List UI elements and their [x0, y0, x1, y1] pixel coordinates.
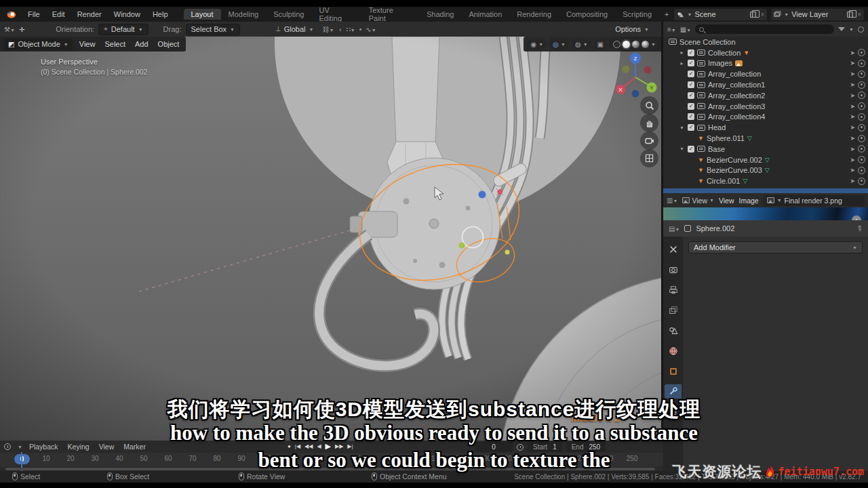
pivot-point-icon[interactable]: ⛓▼	[322, 26, 334, 33]
eye-icon[interactable]	[858, 156, 865, 163]
restrict-select-icon[interactable]: ➤	[850, 49, 855, 56]
view-layer-selector[interactable]: ▼ View Layer ×	[771, 9, 864, 20]
outliner-row-beziercurve-003[interactable]: ▼BezierCurve.003▽➤	[663, 165, 868, 176]
tab-sculpting[interactable]: Sculpting	[266, 9, 311, 20]
properties-tab-object[interactable]	[665, 364, 682, 378]
close-icon[interactable]: ×	[759, 11, 764, 18]
checkbox-checked[interactable]: ✓	[688, 60, 694, 66]
eye-icon[interactable]	[858, 167, 865, 174]
disclosure-expanded-icon[interactable]: ▾	[679, 146, 685, 152]
outliner-row-array-collection2[interactable]: ✓Array_collection2➤	[663, 90, 868, 101]
outliner-row-sphere-011[interactable]: ▼Sphere.011▽➤	[663, 133, 868, 144]
outliner-row-base[interactable]: ▾✓Base➤	[663, 144, 868, 155]
properties-tab-scene[interactable]	[665, 323, 682, 338]
gear-icon[interactable]	[858, 26, 864, 33]
viewport-3d[interactable]: ◩ Object Mode ▼ ViewSelectAddObject ◉▼ ◎…	[0, 37, 663, 441]
menu-edit[interactable]: Edit	[46, 10, 71, 18]
snap-magnet-icon[interactable]: ◖	[338, 26, 342, 33]
tab-layout[interactable]: Layout	[184, 9, 221, 20]
blender-logo-icon[interactable]	[5, 9, 16, 19]
restrict-select-icon[interactable]: ➤	[850, 135, 855, 142]
falloff-curve-icon[interactable]: ∿▼	[366, 26, 376, 33]
xray-toggle[interactable]: ▣	[594, 39, 607, 49]
outliner-row-array-collection4[interactable]: ✓Array_collection4➤	[663, 112, 868, 123]
image-name-field[interactable]: ▼ Final render 3.png	[764, 195, 865, 206]
tab-uv-editing[interactable]: UV Editing	[311, 5, 361, 24]
material-shading-button[interactable]	[632, 41, 639, 48]
camera-view-button[interactable]	[640, 131, 658, 150]
options-dropdown[interactable]: Options ▼	[610, 24, 654, 35]
outliner-row-circle-001[interactable]: ▼Circle.001▽➤	[663, 176, 868, 186]
move-tool-icon[interactable]: ✛	[19, 26, 24, 33]
properties-tab-world[interactable]	[665, 344, 682, 358]
viewport-menu-view[interactable]: View	[79, 40, 96, 48]
editor-type-icon[interactable]: ▥▼	[667, 197, 677, 204]
restrict-select-icon[interactable]: ➤	[850, 113, 855, 120]
outliner-search-input[interactable]	[695, 24, 834, 34]
properties-tab-output[interactable]	[665, 283, 682, 297]
restrict-select-icon[interactable]: ➤	[850, 60, 855, 66]
restrict-select-icon[interactable]: ➤	[850, 92, 855, 99]
restrict-select-icon[interactable]: ➤	[850, 157, 855, 163]
restrict-select-icon[interactable]: ➤	[850, 146, 855, 152]
tab-animation[interactable]: Animation	[461, 9, 509, 20]
checkbox-checked[interactable]: ✓	[688, 146, 694, 152]
eye-icon[interactable]	[858, 178, 865, 185]
overlays-dropdown[interactable]: ◍▼	[572, 39, 591, 49]
restrict-select-icon[interactable]: ➤	[850, 70, 855, 77]
tab-shading[interactable]: Shading	[419, 9, 461, 20]
image-editor-menu-view[interactable]: View	[719, 197, 734, 205]
menu-render[interactable]: Render	[71, 10, 108, 18]
eye-icon[interactable]	[858, 124, 865, 131]
viewport-menu-object[interactable]: Object	[158, 40, 180, 48]
restrict-select-icon[interactable]: ➤	[850, 178, 855, 184]
outliner-row-root[interactable]: Scene Collection	[663, 37, 868, 47]
checkbox-checked[interactable]: ✓	[688, 70, 694, 77]
new-scene-icon[interactable]	[750, 12, 756, 18]
editor-type-icon[interactable]: ≡▼	[667, 26, 676, 33]
tab-modeling[interactable]: Modeling	[221, 9, 267, 20]
restrict-select-icon[interactable]: ➤	[850, 124, 855, 131]
editor-type-icon[interactable]: ▤▼	[669, 225, 679, 232]
add-modifier-dropdown[interactable]: Add Modifier ▼	[688, 241, 863, 253]
new-view-layer-icon[interactable]	[847, 12, 853, 18]
close-icon[interactable]: ×	[856, 11, 861, 18]
checkbox-checked[interactable]: ✓	[688, 49, 694, 56]
eye-icon[interactable]	[858, 70, 865, 78]
disclosure-expanded-icon[interactable]: ▾	[679, 125, 685, 131]
display-channel-dropdown[interactable]: View ▼	[682, 197, 714, 205]
menu-help[interactable]: Help	[146, 10, 174, 18]
image-editor-menu-image[interactable]: Image	[738, 197, 758, 205]
eye-icon[interactable]	[858, 145, 865, 152]
restrict-select-icon[interactable]: ➤	[850, 167, 855, 174]
menu-window[interactable]: Window	[108, 10, 146, 18]
eye-icon[interactable]	[858, 60, 865, 67]
outliner-selected-row[interactable]	[663, 188, 868, 193]
outliner-row-array-collection3[interactable]: ✓Array_collection3➤	[663, 101, 868, 112]
eye-icon[interactable]	[858, 102, 865, 110]
restrict-select-icon[interactable]: ➤	[850, 81, 855, 88]
gizmos-dropdown[interactable]: ◎▼	[549, 39, 569, 49]
rendered-shading-button[interactable]	[642, 41, 649, 48]
eye-icon[interactable]	[858, 92, 865, 99]
properties-tab-view-layer[interactable]	[665, 303, 682, 317]
eye-icon[interactable]	[858, 135, 865, 142]
disclosure-collapsed-icon[interactable]: ▸	[679, 49, 685, 56]
orientation-dropdown[interactable]: ⌖ Default ▼	[98, 24, 148, 35]
solid-shading-button[interactable]	[623, 41, 630, 48]
scene-selector[interactable]: ▼ Scene ×	[674, 9, 767, 20]
tab-rendering[interactable]: Rendering	[509, 9, 559, 20]
mode-dropdown[interactable]: ◩ Object Mode ▼	[4, 39, 73, 50]
eye-icon[interactable]	[858, 49, 865, 56]
viewport-scene[interactable]	[0, 37, 663, 441]
properties-tab-render[interactable]	[665, 262, 682, 277]
display-mode-icon[interactable]: ▦▼	[680, 26, 691, 33]
eye-icon[interactable]	[858, 81, 865, 89]
outliner-row-collection[interactable]: ▸✓Collection▼➤	[663, 47, 868, 58]
filter-icon[interactable]	[838, 27, 845, 31]
outliner-row-array-collection1[interactable]: ✓Array_collection1➤	[663, 79, 868, 90]
tab-scripting[interactable]: Scripting	[615, 9, 659, 20]
outliner-row-head[interactable]: ▾✓Head➤	[663, 122, 868, 133]
viewport-menu-select[interactable]: Select	[104, 40, 125, 48]
checkbox-checked[interactable]: ✓	[688, 92, 694, 99]
